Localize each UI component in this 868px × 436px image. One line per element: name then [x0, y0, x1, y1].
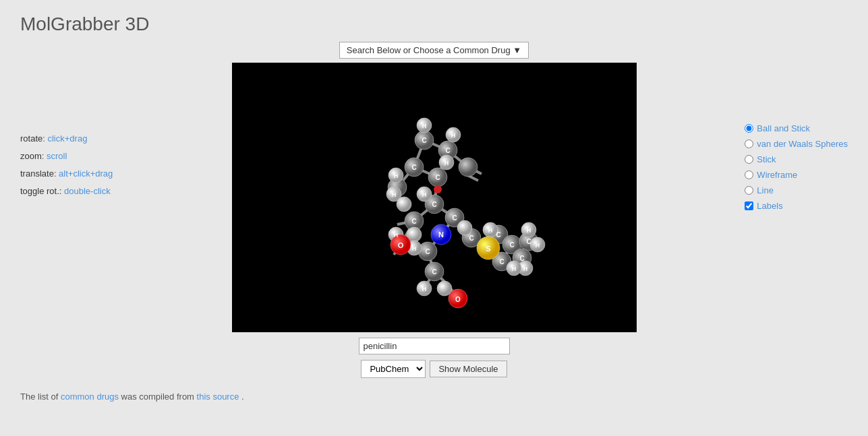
svg-text:H: H	[511, 266, 516, 272]
rotate-label: rotate	[20, 133, 42, 144]
svg-text:H: H	[451, 132, 455, 139]
molecule-viewer[interactable]: C C C C C C C C C C C C C C C H H H H	[232, 63, 637, 332]
toggle-control: toggle rot.: double-click	[20, 183, 113, 200]
svg-text:H: H	[488, 227, 492, 234]
wireframe-label: Wireframe	[757, 170, 797, 180]
svg-text:C: C	[499, 258, 504, 266]
search-input[interactable]	[359, 338, 510, 354]
labels-label: Labels	[757, 201, 782, 211]
svg-text:C: C	[432, 201, 436, 208]
right-controls-panel: Ball and Stick van der Waals Spheres Sti…	[745, 123, 848, 211]
molecule-svg: C C C C C C C C C C C C C C C H H H H	[232, 63, 637, 332]
svg-text:H: H	[523, 266, 527, 272]
svg-text:H: H	[444, 160, 449, 166]
svg-text:C: C	[411, 164, 416, 171]
svg-text:O: O	[455, 296, 461, 303]
svg-text:H: H	[411, 245, 416, 252]
common-drugs-link[interactable]: common drugs	[61, 392, 119, 402]
svg-text:C: C	[496, 231, 500, 239]
svg-point-53	[397, 197, 411, 212]
toggle-hint: double-click	[64, 186, 111, 196]
footer-text-after: .	[241, 392, 244, 402]
source-link[interactable]: this source	[197, 392, 239, 402]
svg-text:C: C	[425, 248, 430, 255]
svg-text:C: C	[526, 238, 531, 245]
ball-stick-radio[interactable]	[745, 124, 753, 133]
svg-point-68	[434, 185, 442, 193]
footer-text-middle: was compiled from	[121, 392, 197, 402]
ball-stick-label: Ball and Stick	[757, 123, 810, 133]
svg-text:C: C	[432, 268, 436, 276]
ball-stick-option[interactable]: Ball and Stick	[745, 123, 848, 133]
svg-point-59	[437, 281, 452, 296]
svg-text:C: C	[452, 214, 457, 222]
svg-text:N: N	[438, 230, 444, 239]
svg-text:H: H	[393, 173, 398, 179]
svg-text:C: C	[519, 255, 524, 262]
van-der-waals-radio[interactable]	[745, 139, 753, 148]
drug-selector-button[interactable]: Search Below or Choose a Common Drug ▼	[339, 42, 529, 59]
source-select[interactable]: PubChem	[361, 360, 426, 378]
page-title: MolGrabber 3D	[0, 0, 868, 42]
bottom-controls: PubChem Show Molecule	[359, 338, 510, 378]
svg-text:C: C	[469, 235, 473, 242]
line-option[interactable]: Line	[745, 185, 848, 195]
toggle-label: toggle rot.:	[20, 186, 61, 196]
line-radio[interactable]	[745, 186, 753, 195]
svg-text:O: O	[397, 241, 403, 249]
stick-radio[interactable]	[745, 155, 753, 164]
labels-option[interactable]: Labels	[745, 201, 848, 211]
translate-label: translate	[20, 168, 54, 179]
rotate-hint: click+drag	[47, 133, 87, 144]
wireframe-radio[interactable]	[745, 170, 753, 179]
stick-label: Stick	[757, 154, 776, 164]
translate-hint: alt+click+drag	[59, 168, 113, 179]
zoom-control: zoom: scroll	[20, 148, 113, 165]
van-der-waals-label: van der Waals Spheres	[757, 139, 848, 149]
drug-selector-area[interactable]: Search Below or Choose a Common Drug ▼	[339, 42, 529, 59]
action-row: PubChem Show Molecule	[361, 360, 507, 378]
svg-text:H: H	[535, 242, 540, 249]
svg-text:C: C	[445, 147, 450, 154]
svg-text:H: H	[393, 232, 398, 239]
svg-text:C: C	[435, 174, 440, 181]
svg-text:H: H	[422, 286, 426, 292]
svg-text:H: H	[391, 191, 396, 198]
svg-text:C: C	[509, 241, 514, 249]
show-molecule-button[interactable]: Show Molecule	[430, 361, 507, 377]
svg-text:C: C	[422, 137, 426, 144]
zoom-label: zoom	[20, 151, 42, 161]
footer: The list of common drugs was compiled fr…	[0, 392, 244, 402]
labels-checkbox[interactable]	[745, 201, 753, 210]
svg-text:C: C	[411, 218, 416, 225]
svg-point-56	[457, 220, 472, 235]
rotate-control: rotate: click+drag	[20, 130, 113, 148]
svg-point-35	[459, 158, 478, 177]
zoom-hint: scroll	[47, 151, 67, 161]
left-controls-panel: rotate: click+drag zoom: scroll translat…	[20, 130, 113, 200]
svg-text:S: S	[486, 245, 490, 253]
van-der-waals-option[interactable]: van der Waals Spheres	[745, 139, 848, 149]
footer-text-before: The list of	[20, 392, 61, 402]
wireframe-option[interactable]: Wireframe	[745, 170, 848, 180]
svg-text:H: H	[422, 123, 426, 129]
stick-option[interactable]: Stick	[745, 154, 848, 164]
line-label: Line	[757, 185, 774, 195]
svg-text:H: H	[422, 191, 426, 198]
translate-control: translate: alt+click+drag	[20, 165, 113, 183]
svg-text:H: H	[526, 227, 531, 234]
